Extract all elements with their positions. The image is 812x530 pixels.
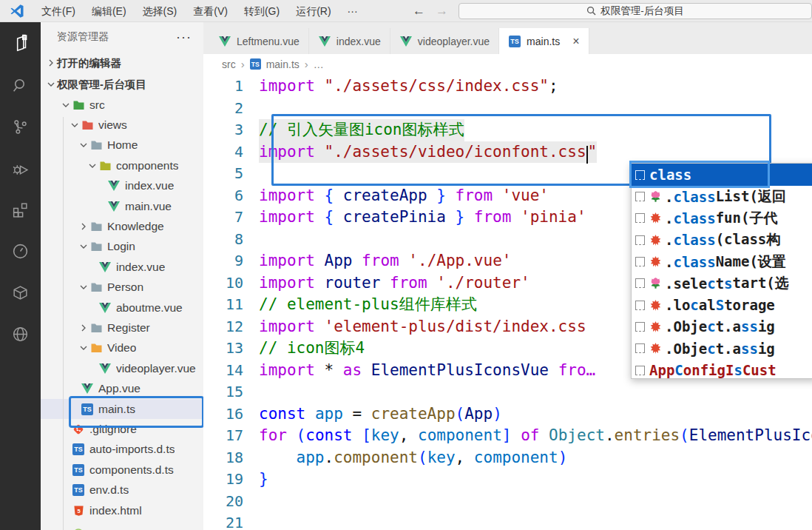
- ts-file-icon: TS: [72, 443, 85, 455]
- line-number[interactable]: 10: [203, 272, 243, 295]
- tree-item-views[interactable]: views: [41, 115, 203, 135]
- line-number[interactable]: 1: [203, 76, 243, 98]
- search-icon[interactable]: [8, 73, 33, 98]
- line-number[interactable]: 19: [203, 469, 243, 491]
- menu-view[interactable]: 查看(V): [185, 0, 236, 22]
- code-line-20[interactable]: 20: [203, 491, 812, 513]
- breadcrumb-item-src[interactable]: src: [222, 58, 236, 70]
- code-line-4[interactable]: 4import "./assets/video/iconfont.css": [203, 141, 812, 164]
- tree-item-env.d.ts[interactable]: TSenv.d.ts: [41, 480, 203, 500]
- line-number[interactable]: 5: [203, 163, 243, 185]
- tree-item-main.vue[interactable]: main.vue: [41, 196, 203, 216]
- line-number[interactable]: 7: [203, 207, 243, 229]
- tree-item-Home[interactable]: Home: [41, 135, 203, 155]
- suggestion-item-7[interactable]: .Object.assig: [632, 316, 812, 338]
- menu-go[interactable]: 转到(G): [236, 0, 288, 22]
- code-line-16[interactable]: 16const app = createApp(App): [203, 403, 812, 426]
- section-open-editors[interactable]: 打开的编辑器: [41, 52, 203, 74]
- run-debug-icon[interactable]: [8, 155, 33, 181]
- search-value: 权限管理-后台项目: [600, 4, 684, 18]
- package-icon[interactable]: [8, 280, 33, 305]
- more-actions-icon[interactable]: ···: [176, 30, 192, 45]
- line-number[interactable]: 9: [203, 250, 243, 272]
- code-line-3[interactable]: 3// 引入矢量图icon图标样式: [203, 119, 812, 141]
- suggestion-item-3[interactable]: .class(class构: [632, 229, 812, 251]
- suggestion-item-5[interactable]: .selectstart(选: [632, 272, 812, 294]
- close-tab-icon[interactable]: ×: [572, 35, 579, 48]
- extensions-icon[interactable]: [8, 197, 33, 222]
- tab-videoplayer.vue[interactable]: videoplayer.vue: [390, 28, 499, 54]
- menu-edit[interactable]: 编辑(E): [84, 0, 135, 22]
- tree-item-auto-imports.d.ts[interactable]: TSauto-imports.d.ts: [41, 440, 203, 460]
- forward-button[interactable]: →: [436, 4, 448, 19]
- ts-file-icon: TS: [250, 58, 261, 70]
- tree-item-src[interactable]: src: [41, 95, 203, 115]
- back-button[interactable]: ←: [413, 4, 425, 19]
- explorer-icon[interactable]: [8, 31, 33, 56]
- line-number[interactable]: 13: [203, 338, 243, 360]
- tree-item-Knowledge[interactable]: Knowledge: [41, 216, 203, 236]
- tree-item-Login[interactable]: Login: [41, 237, 203, 257]
- line-number[interactable]: 12: [203, 316, 243, 338]
- line-number[interactable]: 14: [203, 360, 243, 382]
- code-line-15[interactable]: 15: [203, 381, 812, 403]
- line-number[interactable]: 4: [203, 141, 243, 164]
- tree-item-partial[interactable]: [41, 520, 203, 530]
- line-number[interactable]: 17: [203, 425, 243, 447]
- menu-selection[interactable]: 选择(S): [135, 0, 186, 22]
- tree-item-Person[interactable]: Person: [41, 278, 203, 298]
- tree-item-.gitignore[interactable]: .gitignore: [41, 419, 203, 439]
- source-control-icon[interactable]: [8, 114, 33, 139]
- tree-item-index.vue[interactable]: index.vue: [41, 176, 203, 196]
- line-number[interactable]: 8: [203, 229, 243, 251]
- tree-item-App.vue[interactable]: App.vue: [41, 378, 203, 398]
- line-number[interactable]: 15: [203, 381, 243, 403]
- breadcrumb-item-main.ts[interactable]: main.ts: [266, 58, 300, 70]
- tree-item-index.html[interactable]: 5index.html: [41, 500, 203, 520]
- line-number[interactable]: 11: [203, 294, 243, 316]
- code-line-1[interactable]: 1import "./assets/css/index.css";: [203, 76, 812, 98]
- suggestion-item-0[interactable]: class: [632, 164, 812, 186]
- line-number[interactable]: 20: [203, 491, 243, 513]
- tree-item-aboutme.vue[interactable]: aboutme.vue: [41, 298, 203, 318]
- tree-item-Video[interactable]: Video: [41, 338, 203, 358]
- tree-item-Register[interactable]: Register: [41, 318, 203, 338]
- line-number[interactable]: 21: [203, 512, 243, 530]
- menu-file[interactable]: 文件(F): [33, 0, 84, 22]
- vue-file-icon: [98, 261, 112, 273]
- tree-item-components.d.ts[interactable]: TScomponents.d.ts: [41, 460, 203, 480]
- menu-run[interactable]: 运行(R): [288, 0, 339, 22]
- code-line-21[interactable]: 21: [203, 512, 812, 530]
- command-search-box[interactable]: 权限管理-后台项目: [459, 3, 812, 19]
- code-line-19[interactable]: 19}: [203, 469, 812, 491]
- line-number[interactable]: 2: [203, 98, 243, 120]
- tree-item-index.vue[interactable]: index.vue: [41, 257, 203, 277]
- tab-index.vue[interactable]: index.vue: [309, 28, 390, 54]
- history-icon[interactable]: [8, 238, 33, 264]
- tree-item-main.ts[interactable]: TSmain.ts: [41, 399, 203, 419]
- sidebar-title: 资源管理器: [57, 30, 109, 44]
- suggestion-item-4[interactable]: .className(设置: [632, 251, 812, 272]
- suggestion-item-1[interactable]: .classList(返回: [632, 186, 812, 207]
- breadcrumb-item-…[interactable]: …: [314, 58, 324, 70]
- tree-item-components[interactable]: components: [41, 155, 203, 175]
- line-number[interactable]: 6: [203, 185, 243, 207]
- project-root-folder[interactable]: 权限管理-后台项目: [41, 74, 203, 95]
- code-line-2[interactable]: 2: [203, 98, 812, 120]
- tab-Leftmenu.vue[interactable]: Leftmenu.vue: [209, 28, 309, 54]
- suggestion-item-6[interactable]: .localStorage: [632, 294, 812, 315]
- suggestion-item-2[interactable]: .classfun(子代: [632, 207, 812, 229]
- menu-more[interactable]: ···: [339, 0, 366, 22]
- line-number[interactable]: 18: [203, 447, 243, 469]
- suggestion-item-8[interactable]: .Object.assig: [632, 338, 812, 359]
- tree-item-videoplayer.vue[interactable]: videoplayer.vue: [41, 358, 203, 378]
- tab-main.ts[interactable]: TSmain.ts×: [499, 28, 589, 54]
- code-line-17[interactable]: 17for (const [key, component] of Object.…: [203, 425, 812, 447]
- suggestion-item-9[interactable]: AppConfigIsCust: [632, 359, 812, 379]
- line-number[interactable]: 3: [203, 119, 243, 141]
- code-line-18[interactable]: 18 app.component(key, component): [203, 447, 812, 469]
- line-number[interactable]: 16: [203, 403, 243, 426]
- intellisense-popup: class.classList(返回.classfun(子代.class(cla…: [631, 163, 812, 379]
- browser-preview-icon[interactable]: [8, 321, 33, 346]
- folder-views-file-icon: [81, 119, 94, 131]
